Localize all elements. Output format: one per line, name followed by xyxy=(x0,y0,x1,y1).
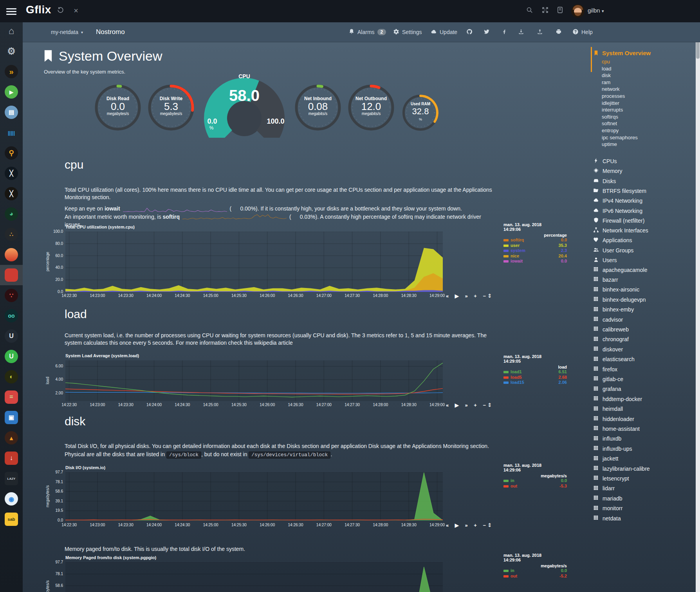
menu-app-apacheguacamole[interactable]: apacheguacamole xyxy=(593,266,647,273)
menu-app-home-assistant[interactable]: home-assistant xyxy=(593,425,640,432)
menu-item-uptime[interactable]: uptime xyxy=(602,141,617,147)
menu-section-btrfs-filesystem[interactable]: BTRFS filesystem xyxy=(593,187,646,194)
menu-app-jackett[interactable]: jackett xyxy=(593,455,618,462)
menu-item-ipc-semaphores[interactable]: ipc semaphores xyxy=(602,135,638,140)
chart-toolbar-cpu[interactable]: « ▶ » + − xyxy=(446,293,488,299)
menu-app-binhex-airsonic[interactable]: binhex-airsonic xyxy=(593,286,639,293)
app-lazy-icon[interactable]: LAZY xyxy=(0,468,23,489)
alarms-button[interactable]: Alarms 2 xyxy=(348,22,386,42)
menu-item-ram[interactable]: ram xyxy=(602,79,610,85)
app-magnifier-icon[interactable]: ⚲ xyxy=(0,143,23,163)
app-soundwave-icon[interactable]: ||||| xyxy=(0,122,23,143)
avatar[interactable] xyxy=(571,4,585,18)
legend-row-in[interactable]: in0.0 xyxy=(503,568,567,574)
app-arrow-down-icon[interactable]: ↓ xyxy=(0,448,23,468)
hamburger-menu-icon[interactable] xyxy=(6,7,16,15)
app-window-icon[interactable]: ▣ xyxy=(0,407,23,428)
legend-row-system[interactable]: system2.3 xyxy=(503,248,567,254)
menu-app-heimdall[interactable]: heimdall xyxy=(593,406,623,412)
menu-app-hddtemp-docker[interactable]: hddtemp-docker xyxy=(593,396,642,402)
app-books-icon[interactable]: ▤ xyxy=(0,102,23,122)
app-sab-icon[interactable]: sab xyxy=(0,509,23,529)
app-pills-icon[interactable]: = xyxy=(0,387,23,407)
home-icon[interactable]: ⌂ xyxy=(0,21,23,41)
chart-toolbar-load[interactable]: « ▶ » + − xyxy=(446,402,488,408)
menu-app-hiddenloader[interactable]: hiddenloader xyxy=(593,416,634,422)
app-fox-icon[interactable]: ▲ xyxy=(0,428,23,448)
menu-section-applications[interactable]: Applications xyxy=(593,237,632,244)
refresh-icon[interactable] xyxy=(56,6,65,16)
legend-row-in[interactable]: in0.0 xyxy=(503,478,567,484)
menu-item-cpu[interactable]: cpu xyxy=(602,59,610,65)
menu-section-cpus[interactable]: CPUs xyxy=(593,158,617,165)
legend-row-iowait[interactable]: iowait0.0 xyxy=(503,259,567,264)
machine-dropdown[interactable]: my-netdata▾ xyxy=(51,22,83,42)
chart-resize-handle-cpu[interactable]: ⇕ xyxy=(487,293,492,299)
menu-app-binhex-emby[interactable]: binhex-emby xyxy=(593,306,634,313)
upload-icon[interactable] xyxy=(537,22,543,42)
changelog-book-icon[interactable] xyxy=(555,6,565,16)
gauge-net-inbound[interactable]: Net Inbound0.08megabits/s xyxy=(294,83,342,132)
menu-section-memory[interactable]: Memory xyxy=(593,167,622,175)
legend-row-load15[interactable]: load152.06 xyxy=(503,380,567,385)
menu-app-lidarr[interactable]: lidarr xyxy=(593,485,615,492)
menu-system-overview[interactable]: System Overview xyxy=(593,50,651,56)
chart-plot-pgpgio[interactable] xyxy=(65,562,443,592)
menu-app-influxdb[interactable]: influxdb xyxy=(593,435,621,442)
menu-app-lazylibrarian-calibre[interactable]: lazylibrarian-calibre xyxy=(593,465,650,472)
app-molecule-icon[interactable]: ∴ xyxy=(0,224,23,245)
legend-row-load1[interactable]: load16.51 xyxy=(503,369,567,375)
chart-plot-cpu[interactable] xyxy=(65,232,443,292)
menu-section-ipv4-networking[interactable]: IPv4 Networking xyxy=(593,197,642,204)
menu-section-ipv6-networking[interactable]: IPv6 Networking xyxy=(593,207,642,214)
app-play-green-icon[interactable]: ▶ xyxy=(0,82,23,102)
menu-app-grafana[interactable]: grafana xyxy=(593,386,621,392)
menu-app-letsencrypt[interactable]: letsencrypt xyxy=(593,475,629,482)
hostname[interactable]: Nostromo xyxy=(96,22,125,42)
facebook-icon[interactable] xyxy=(501,22,507,42)
app-chevron-icon[interactable]: » xyxy=(0,61,23,82)
app-cross-blue-icon[interactable]: ╳ xyxy=(0,163,23,184)
legend-row-nice[interactable]: nice20.4 xyxy=(503,254,567,259)
app-olive-icon[interactable]: ◐ xyxy=(0,367,23,387)
menu-section-network-interfaces[interactable]: Network Interfaces xyxy=(593,227,648,234)
menu-app-binhex-delugevpn[interactable]: binhex-delugevpn xyxy=(593,296,646,303)
menu-item-softnet[interactable]: softnet xyxy=(602,121,617,126)
chart-plot-diskio[interactable] xyxy=(65,472,443,520)
chart-toolbar-diskio[interactable]: « ▶ » + − xyxy=(446,522,488,528)
close-icon[interactable]: × xyxy=(71,6,81,16)
menu-item-load[interactable]: load xyxy=(602,66,612,72)
menu-item-entropy[interactable]: entropy xyxy=(602,128,619,133)
menu-app-chronograf[interactable]: chronograf xyxy=(593,336,629,343)
download-icon[interactable] xyxy=(518,22,524,42)
update-button[interactable]: Update xyxy=(431,22,457,42)
legend-row-out[interactable]: out-5.2 xyxy=(503,574,567,579)
menu-app-mariadb[interactable]: mariadb xyxy=(593,495,622,502)
app-swirl-green-icon[interactable]: ◕ xyxy=(0,204,23,224)
menu-section-firewall-netfilter-[interactable]: Firewall (netfilter) xyxy=(593,217,644,224)
github-icon[interactable] xyxy=(466,22,473,42)
menu-app-monitorr[interactable]: monitorr xyxy=(593,505,622,512)
app-shield-red-icon[interactable] xyxy=(0,265,23,285)
legend-row-load5[interactable]: load52.68 xyxy=(503,375,567,380)
menu-item-interrupts[interactable]: interrupts xyxy=(602,107,623,113)
legend-row-softirq[interactable]: softirq0.0 xyxy=(503,238,567,243)
menu-section-disks[interactable]: Disks xyxy=(593,178,616,185)
menu-item-processes[interactable]: processes xyxy=(602,93,625,99)
legend-row-user[interactable]: user35.3 xyxy=(503,243,567,248)
menu-app-cadvisor[interactable]: cadvisor xyxy=(593,316,623,323)
menu-app-firefox[interactable]: firefox xyxy=(593,366,617,372)
menu-app-elasticsearch[interactable]: elasticsearch xyxy=(593,356,635,363)
app-u-green-icon[interactable]: U xyxy=(0,346,23,367)
chart-resize-handle-diskio[interactable]: ⇕ xyxy=(487,522,492,528)
menu-item-softirqs[interactable]: softirqs xyxy=(602,114,618,120)
menu-app-bazarr[interactable]: bazarr xyxy=(593,276,618,283)
app-cross-yellow-icon[interactable]: ╳ xyxy=(0,184,23,204)
scrollbar-track[interactable] xyxy=(696,22,700,592)
menu-app-diskover[interactable]: diskover xyxy=(593,346,623,353)
menu-section-users[interactable]: Users xyxy=(593,257,617,264)
gauge-cpu[interactable]: CPU58.00.0100.0% xyxy=(200,75,288,138)
help-button[interactable]: Help xyxy=(572,22,593,42)
gauge-disk-read[interactable]: Disk Read0.0megabytes/s xyxy=(94,83,142,132)
menu-app-gitlab-ce[interactable]: gitlab-ce xyxy=(593,376,623,382)
